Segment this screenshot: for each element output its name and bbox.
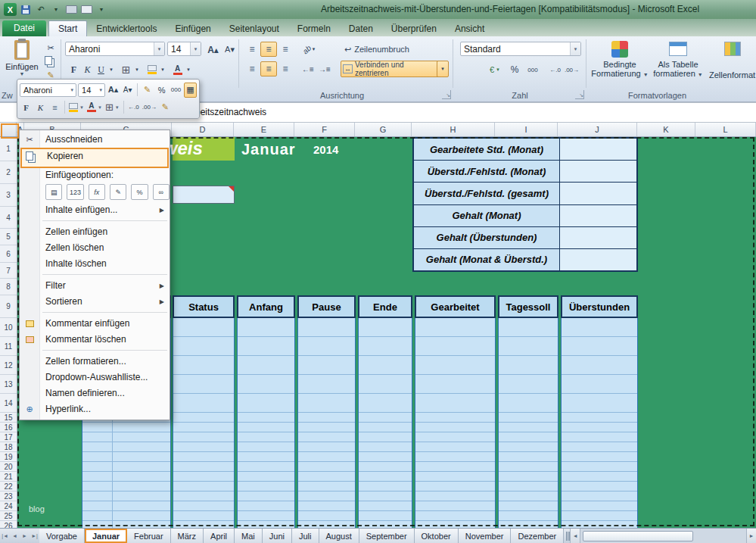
align-center-button[interactable]: ≡ [260, 61, 277, 76]
menu-item-inhalte-loeschen[interactable]: Inhalte löschen [20, 256, 170, 272]
table-cell[interactable] [499, 394, 558, 413]
font-color-button[interactable]: A [170, 61, 185, 78]
table-cell[interactable] [562, 356, 637, 375]
comma-style-button[interactable]: 000 [522, 61, 543, 78]
column-header-d[interactable]: D [172, 123, 234, 136]
table-cell[interactable] [173, 511, 234, 521]
prev-sheet-icon[interactable]: ◄ [10, 529, 20, 543]
table-cell[interactable] [499, 462, 558, 472]
sheet-tab-oktober[interactable]: Oktober [415, 529, 459, 543]
column-header-f[interactable]: F [294, 123, 355, 136]
table-cell[interactable] [173, 462, 234, 472]
table-cell[interactable] [298, 394, 355, 413]
row-header-3[interactable]: 3 [0, 184, 17, 207]
increase-indent-button[interactable]: →≡ [316, 61, 333, 76]
table-cell[interactable] [415, 375, 495, 394]
table-cell[interactable] [359, 462, 412, 472]
table-cell[interactable] [173, 452, 234, 462]
table-cell[interactable] [562, 472, 637, 482]
paste-option-clipboard-icon[interactable]: ▤ [45, 184, 62, 200]
table-cell[interactable] [238, 492, 294, 501]
table-cell[interactable] [82, 521, 170, 528]
save-icon[interactable] [20, 4, 32, 16]
mini-font-color-icon[interactable]: A▼ [86, 100, 103, 115]
table-cell[interactable] [562, 452, 637, 462]
number-dialog-launcher[interactable]: ↘ [575, 90, 584, 99]
undo-dropdown-icon[interactable]: ▼ [50, 4, 62, 16]
table-cell[interactable] [359, 511, 412, 521]
table-cell[interactable] [359, 521, 412, 528]
menu-item-hyperlink[interactable]: ⊕Hyperlink... [20, 401, 170, 417]
menu-item-sortieren[interactable]: Sortieren▶ [20, 294, 170, 310]
table-cell[interactable] [173, 482, 234, 492]
row-header-24[interactable]: 24 [0, 501, 17, 511]
copy-button[interactable] [43, 55, 58, 68]
table-cell[interactable] [173, 413, 234, 423]
sheet-tab-april[interactable]: April [204, 529, 235, 543]
table-cell[interactable] [173, 337, 234, 356]
table-cell[interactable] [359, 482, 412, 492]
ribbon-tab-seitenlayout[interactable]: Seitenlayout [220, 21, 288, 36]
font-size-dropdown-icon[interactable]: ▼ [190, 42, 201, 55]
qat-customize-icon[interactable]: ▼ [95, 4, 107, 16]
table-cell[interactable] [82, 442, 170, 452]
sheet-tab-september[interactable]: September [359, 529, 415, 543]
scroll-right-icon[interactable]: ► [746, 529, 756, 543]
table-cell[interactable] [238, 442, 294, 452]
menu-item-zellen-loeschen[interactable]: Zellen löschen [20, 240, 170, 256]
table-cell[interactable] [173, 492, 234, 501]
summary-value-cell[interactable] [560, 227, 636, 248]
row-header-23[interactable]: 23 [0, 492, 17, 501]
row-header-10[interactable]: 10 [0, 318, 17, 337]
menu-item-inhalte-einfuegen[interactable]: Inhalte einfügen...▶ [20, 202, 170, 218]
table-cell[interactable] [359, 472, 412, 482]
horizontal-scrollbar[interactable]: ◄ ► [570, 529, 756, 543]
mini-decrease-decimal-icon[interactable]: .00→ [142, 100, 157, 115]
row-header-6[interactable]: 6 [0, 245, 17, 263]
table-cell[interactable] [415, 511, 495, 521]
table-cell[interactable] [499, 423, 558, 432]
table-cell[interactable] [415, 356, 495, 375]
table-cell[interactable] [415, 423, 495, 432]
table-cell[interactable] [173, 375, 234, 394]
percent-style-button[interactable]: % [507, 61, 522, 78]
sheet-tab-vorgabe[interactable]: Vorgabe [39, 529, 85, 543]
mini-percent-icon[interactable]: % [155, 83, 168, 98]
align-bottom-button[interactable]: ≡ [277, 42, 294, 57]
font-size-combo[interactable]: 14 ▼ [167, 42, 201, 56]
paste-option-brush-icon[interactable]: ✎ [110, 184, 126, 200]
row-header-5[interactable]: 5 [0, 229, 17, 245]
table-cell[interactable] [415, 472, 495, 482]
table-cell[interactable] [359, 452, 412, 462]
table-cell[interactable] [359, 432, 412, 442]
table-cell[interactable] [562, 318, 637, 337]
shrink-font-button[interactable]: A▾ [221, 42, 238, 58]
borders-dropdown-icon[interactable]: ▼ [132, 61, 142, 78]
table-cell[interactable] [82, 501, 170, 511]
table-cell[interactable] [82, 482, 170, 492]
sheet-tab-august[interactable]: August [319, 529, 359, 543]
format-as-table-button[interactable]: Als Tabelle formatieren▼ [649, 39, 707, 88]
table-cell[interactable] [562, 482, 637, 492]
table-cell[interactable] [562, 492, 637, 501]
sheet-tab-november[interactable]: November [459, 529, 512, 543]
table-cell[interactable] [359, 413, 412, 423]
merge-center-button[interactable]: ↔Verbinden und zentrieren [341, 61, 440, 77]
table-cell[interactable] [238, 394, 294, 413]
row-header-22[interactable]: 22 [0, 482, 17, 492]
row-header-25[interactable]: 25 [0, 511, 17, 521]
table-cell[interactable] [415, 452, 495, 462]
table-cell[interactable] [359, 492, 412, 501]
paste-option-link-icon[interactable]: ∞ [153, 184, 170, 200]
table-cell[interactable] [298, 337, 355, 356]
column-header-l[interactable]: L [695, 123, 756, 136]
align-top-button[interactable]: ≡ [244, 42, 260, 57]
table-cell[interactable] [298, 482, 355, 492]
table-cell[interactable] [238, 423, 294, 432]
table-cell[interactable] [238, 472, 294, 482]
table-cell[interactable] [562, 394, 637, 413]
row-header-7[interactable]: 7 [0, 263, 17, 279]
table-cell[interactable] [499, 442, 558, 452]
row-header-14[interactable]: 14 [0, 394, 17, 413]
ribbon-tab-ueberpruefen[interactable]: Überprüfen [382, 21, 446, 36]
